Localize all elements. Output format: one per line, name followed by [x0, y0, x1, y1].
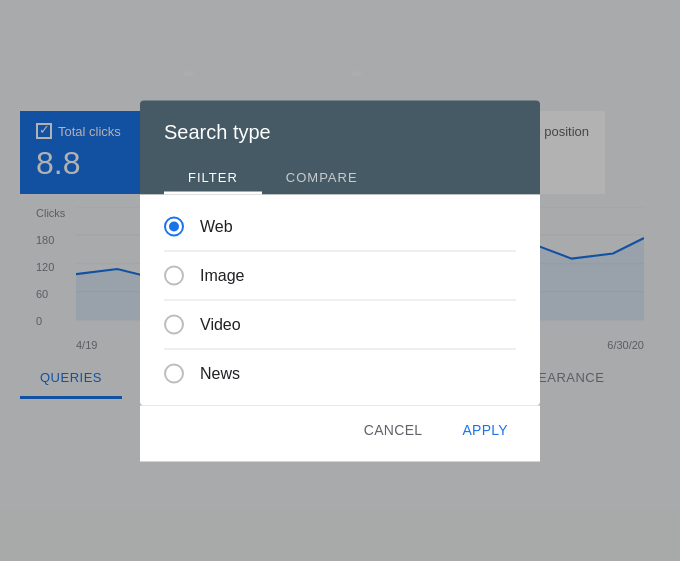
apply-button[interactable]: APPLY — [446, 413, 524, 445]
radio-news — [164, 363, 184, 383]
option-news[interactable]: News — [164, 349, 516, 397]
radio-video — [164, 314, 184, 334]
search-type-modal: Search type FILTER COMPARE Web Image Vid… — [140, 100, 540, 461]
option-video[interactable]: Video — [164, 300, 516, 348]
modal-tabs: FILTER COMPARE — [164, 159, 516, 194]
modal-title: Search type — [164, 120, 516, 143]
tab-compare[interactable]: COMPARE — [262, 159, 382, 194]
option-web[interactable]: Web — [164, 202, 516, 250]
radio-image — [164, 265, 184, 285]
tab-filter[interactable]: FILTER — [164, 159, 262, 194]
modal-footer: CANCEL APPLY — [140, 405, 540, 461]
radio-web — [164, 216, 184, 236]
modal-body: Web Image Video News — [140, 194, 540, 405]
option-image[interactable]: Image — [164, 251, 516, 299]
cancel-button[interactable]: CANCEL — [348, 413, 439, 445]
modal-header: Search type FILTER COMPARE — [140, 100, 540, 194]
